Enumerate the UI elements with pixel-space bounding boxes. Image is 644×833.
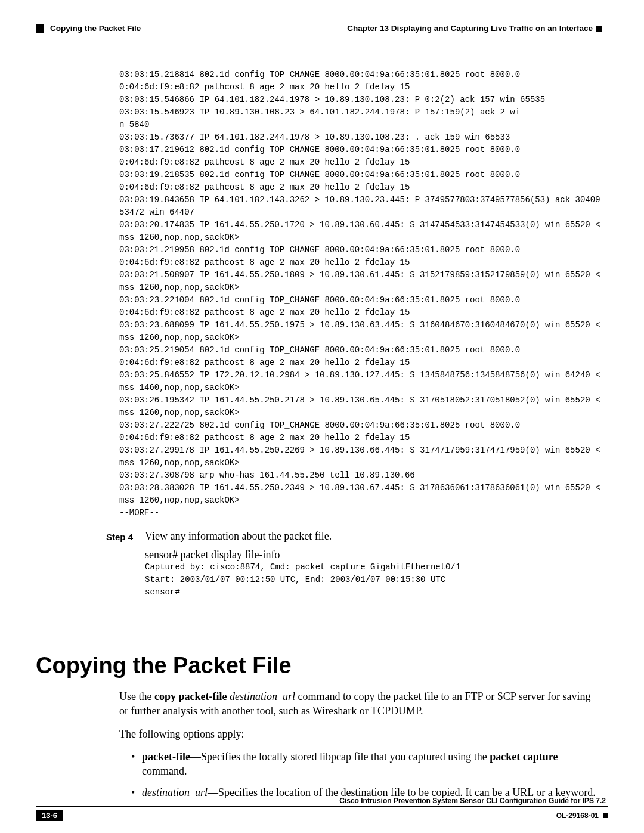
page-footer: Cisco Intrusion Prevention System Sensor… — [36, 797, 608, 821]
cli-output: Captured by: cisco:8874, Cmd: packet cap… — [145, 561, 596, 599]
list-item: packet-file—Specifies the locally stored… — [131, 750, 596, 779]
bullet1-end: command. — [142, 765, 187, 777]
intro-arg: destination_url — [227, 690, 295, 702]
packet-dump-block: 03:03:15.218814 802.1d config TOP_CHANGE… — [119, 69, 602, 519]
footer-doc-id-wrap: OL-29168-01 — [556, 812, 608, 820]
section-title: Copying the Packet File — [36, 653, 608, 679]
options-intro: The following options apply: — [119, 727, 596, 741]
bullet1-term2: packet capture — [490, 751, 558, 763]
header-chapter-label: Chapter 13 Displaying and Capturing Live… — [347, 24, 593, 33]
intro-cmd: copy packet-file — [154, 690, 227, 702]
header-left: Copying the Packet File — [36, 24, 141, 33]
header-right: Chapter 13 Displaying and Capturing Live… — [347, 24, 602, 33]
step-4-row: Step 4 View any information about the pa… — [106, 530, 596, 599]
bullet1-term: packet-file — [142, 751, 190, 763]
packet-dump-text: 03:03:15.218814 802.1d config TOP_CHANGE… — [119, 69, 602, 519]
page-header: Copying the Packet File Chapter 13 Displ… — [36, 24, 608, 33]
header-right-square-icon — [596, 26, 602, 32]
cli-command: packet display file-info — [181, 549, 280, 561]
intro-paragraph: Use the copy packet-file destination_url… — [119, 689, 596, 719]
page-number: 13-6 — [36, 810, 63, 821]
section-divider — [119, 617, 602, 617]
section-body: Use the copy packet-file destination_url… — [119, 689, 596, 800]
page: Copying the Packet File Chapter 13 Displ… — [0, 0, 644, 833]
footer-square-icon — [603, 813, 608, 818]
step-4-body: View any information about the packet fi… — [145, 530, 596, 599]
footer-guide-title: Cisco Intrusion Prevention System Sensor… — [36, 797, 608, 807]
step-4-label: Step 4 — [106, 530, 133, 599]
header-square-icon — [36, 24, 44, 33]
step-4-instruction: View any information about the packet fi… — [145, 530, 596, 543]
intro-prefix: Use the — [119, 690, 154, 702]
footer-doc-id: OL-29168-01 — [556, 812, 599, 820]
header-section-label: Copying the Packet File — [50, 24, 141, 33]
footer-bottom-row: 13-6 OL-29168-01 — [36, 807, 608, 821]
bullet1-mid: —Specifies the locally stored libpcap fi… — [190, 751, 490, 763]
options-list: packet-file—Specifies the locally stored… — [119, 750, 596, 800]
step-4-command-block: sensor# packet display file-info Capture… — [145, 549, 596, 599]
cli-prompt: sensor# — [145, 549, 181, 561]
